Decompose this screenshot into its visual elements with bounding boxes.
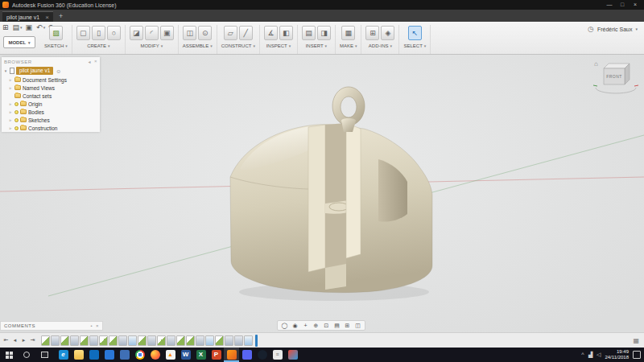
primitive-cylinder-icon[interactable]: ▯ (92, 26, 105, 40)
ribbon-group-menu[interactable]: ASSEMBLE ▾ (183, 43, 213, 48)
volume-icon[interactable]: ◁ (597, 348, 601, 362)
taskbar-app[interactable] (71, 348, 86, 362)
timeline-feature-icon[interactable] (167, 335, 175, 346)
look-at-icon[interactable]: ◉ (290, 321, 300, 330)
comments-bar[interactable]: COMMENTS • × (0, 321, 103, 331)
taskbar-app[interactable]: W (178, 348, 193, 362)
new-component-icon[interactable]: ◫ (183, 26, 196, 40)
timeline-feature-icon[interactable] (70, 335, 79, 346)
primitive-box-icon[interactable]: ▢ (76, 26, 90, 40)
visibility-bulb-icon[interactable] (14, 110, 19, 114)
construction-plane-icon[interactable]: ▱ (224, 26, 237, 40)
taskbar-app[interactable] (147, 348, 163, 362)
visibility-bulb-icon[interactable] (14, 118, 19, 122)
timeline-go-end-button[interactable]: ⇥ (29, 337, 36, 343)
timeline-feature-icon[interactable] (89, 335, 98, 346)
timeline-feature-icon[interactable] (51, 335, 60, 346)
taskbar-app[interactable] (132, 348, 147, 362)
save-icon[interactable]: ▣ (26, 23, 34, 31)
tray-chevron-icon[interactable]: ^ (581, 348, 584, 362)
new-tab-button[interactable]: + (59, 10, 63, 22)
ribbon-group-menu[interactable]: ADD-INS ▾ (369, 43, 392, 48)
ribbon-group-menu[interactable]: CREATE ▾ (87, 43, 109, 48)
taskbar-app[interactable]: P (208, 348, 224, 362)
expand-arrow-icon[interactable]: ▹ (8, 101, 13, 106)
taskbar-app[interactable] (285, 348, 300, 362)
ribbon-group-menu[interactable]: INSERT ▾ (306, 43, 327, 48)
timeline-feature-icon[interactable] (205, 335, 214, 346)
construction-axis-icon[interactable]: ╱ (239, 26, 253, 40)
timeline-play-button[interactable]: ▸ (20, 337, 27, 343)
measure-icon[interactable]: ∡ (264, 26, 278, 40)
timeline-feature-icon[interactable] (118, 335, 127, 346)
expand-arrow-icon[interactable]: ▹ (8, 77, 13, 82)
fillet-icon[interactable]: ◜ (145, 26, 159, 40)
visibility-bulb-icon[interactable] (14, 126, 19, 130)
browser-tree-item[interactable]: ▹ Document Settings (2, 76, 100, 84)
pan-icon[interactable]: + (300, 321, 311, 330)
file-menu-icon[interactable]: ▤ ▾ (13, 23, 23, 31)
expand-arrow-icon[interactable]: ▹ (8, 125, 13, 130)
joint-icon[interactable]: ⊙ (198, 26, 212, 40)
press-pull-icon[interactable]: ◪ (130, 26, 143, 40)
ribbon-group-menu[interactable]: CONSTRUCT ▾ (221, 43, 255, 48)
expand-arrow-icon[interactable]: ▾ (3, 68, 8, 73)
browser-tree-item[interactable]: ▹ Origin (2, 100, 100, 108)
insert-mesh-icon[interactable]: ▤ (302, 26, 316, 40)
timeline-feature-icon[interactable] (215, 335, 224, 346)
ribbon-group-menu[interactable]: INSPECT ▾ (266, 43, 291, 48)
timeline-feature-icon[interactable] (225, 335, 233, 346)
task-view-button[interactable] (35, 348, 53, 362)
timeline-feature-icon[interactable] (234, 335, 243, 346)
display-settings-icon[interactable]: ▤ (332, 321, 342, 330)
view-cube[interactable]: ⌂ FRONT (592, 58, 639, 95)
search-button[interactable] (18, 348, 35, 362)
taskbar-app[interactable] (117, 348, 132, 362)
ribbon-group-menu[interactable]: MODIFY ▾ (140, 43, 163, 48)
taskbar-app[interactable]: e (56, 348, 71, 362)
grid-settings-icon[interactable]: ⊞ (342, 321, 353, 330)
create-sketch-icon[interactable]: ▨ (49, 26, 63, 40)
taskbar-app[interactable] (239, 348, 254, 362)
timeline-go-start-button[interactable]: ⇤ (2, 337, 10, 343)
job-status-icon[interactable]: ◷ (588, 25, 594, 33)
browser-tree-item[interactable]: Contact sets (2, 92, 100, 100)
minimize-button[interactable]: — (603, 0, 616, 10)
expand-arrow-icon[interactable]: ▹ (8, 85, 13, 90)
primitive-sphere-icon[interactable]: ○ (107, 26, 121, 40)
expand-arrow-icon[interactable]: ▹ (8, 109, 13, 114)
taskbar-app[interactable] (254, 348, 270, 362)
timeline-feature-icon[interactable] (60, 335, 69, 346)
taskbar-app[interactable]: X (193, 348, 208, 362)
timeline-feature-icon[interactable] (176, 335, 185, 346)
ribbon-group-menu[interactable]: SKETCH ▾ (44, 43, 68, 48)
taskbar-clock[interactable]: 19:49 24/11/2018 (605, 349, 629, 360)
comments-dot-icon[interactable]: • (90, 323, 93, 328)
document-tab[interactable]: pilot jaune v1 × (2, 11, 53, 22)
user-name[interactable]: Frédéric Saux (597, 27, 633, 32)
taskbar-app[interactable] (224, 348, 239, 362)
browser-tree-item[interactable]: ▹ Sketches (2, 116, 100, 124)
network-icon[interactable]: ▟ (588, 348, 592, 362)
browser-close-icon[interactable]: × (94, 59, 97, 64)
browser-collapse-icon[interactable]: ◂ (88, 59, 91, 64)
timeline-feature-icon[interactable] (147, 335, 156, 346)
timeline-feature-icon[interactable] (99, 335, 108, 346)
timeline-feature-icon[interactable] (109, 335, 118, 346)
timeline-feature-icon[interactable] (80, 335, 89, 346)
comments-close-icon[interactable]: × (96, 323, 99, 328)
visibility-bulb-icon[interactable] (14, 102, 19, 106)
taskbar-app[interactable] (101, 348, 117, 362)
tab-close-icon[interactable]: × (45, 14, 49, 21)
taskbar-app[interactable]: ≡ (270, 348, 285, 362)
3d-model[interactable] (230, 87, 432, 301)
data-panel-grid-icon[interactable]: ⊞ (2, 23, 10, 31)
ribbon-group-menu[interactable]: SELECT ▾ (403, 43, 426, 48)
ribbon-group-menu[interactable]: MAKE ▾ (340, 43, 357, 48)
browser-tree-item[interactable]: ▹ Bodies (2, 108, 100, 116)
taskbar-app[interactable]: ▲ (163, 348, 178, 362)
fit-icon[interactable]: ⊡ (321, 321, 332, 330)
maximize-button[interactable]: □ (616, 0, 629, 10)
browser-tree-item[interactable]: ▹ Construction (2, 124, 100, 132)
viewports-icon[interactable]: ◫ (353, 321, 363, 330)
